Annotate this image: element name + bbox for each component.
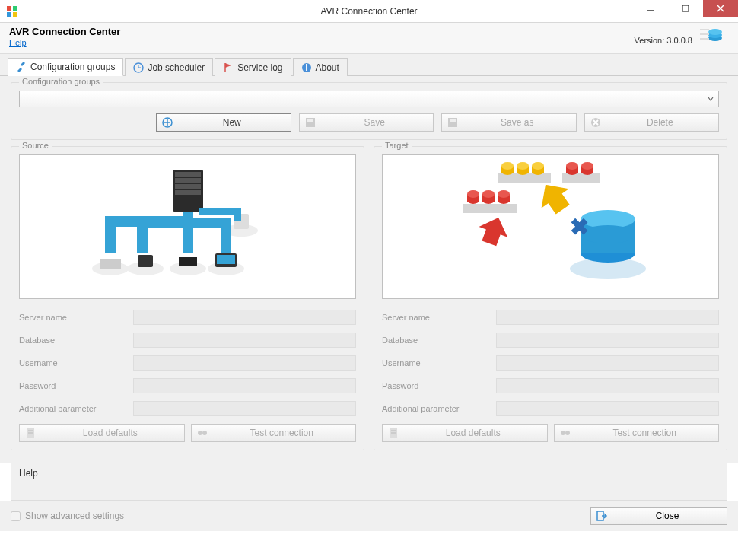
tab-about[interactable]: i About [293,58,348,76]
source-database-input[interactable] [133,332,356,348]
checkbox-label: Show advanced settings [25,511,124,521]
target-fieldset: Target [374,146,727,450]
svg-point-58 [467,190,479,198]
tab-configuration-groups[interactable]: Configuration groups [8,58,123,76]
svg-rect-75 [562,173,600,183]
tab-job-scheduler[interactable]: Job scheduler [125,58,213,76]
field-label: Password [19,381,133,390]
svg-point-54 [581,225,635,243]
connection-icon [559,427,571,439]
source-illustration [19,154,356,299]
fieldset-legend: Source [19,141,52,150]
flag-icon [223,62,234,73]
svg-rect-39 [138,255,153,267]
button-label: New [173,117,291,128]
info-icon: i [301,62,312,73]
target-username-input[interactable] [496,355,719,371]
delete-icon [590,116,602,129]
exit-icon [596,510,608,522]
version-label: Version: 3.0.0.8 [635,36,692,45]
fieldset-legend: Target [382,141,412,150]
source-load-defaults-button[interactable]: Load defaults [19,424,185,442]
source-username-input[interactable] [133,355,356,371]
source-server-name-input[interactable] [133,310,356,325]
checkbox-input[interactable] [11,511,21,521]
fieldset-legend: Configuration groups [19,77,103,86]
field-label: Server name [382,313,496,322]
save-as-button[interactable]: Save as [441,113,577,132]
svg-rect-55 [463,204,517,213]
svg-point-78 [566,162,578,170]
svg-point-61 [482,190,495,198]
configuration-groups-fieldset: Configuration groups New Save Save as De… [11,82,727,140]
new-button[interactable]: New [156,113,291,132]
tab-strip: Configuration groups Job scheduler Servi… [0,54,738,76]
tab-label: Service log [237,62,282,73]
svg-rect-1 [13,6,17,11]
save-as-icon [447,116,459,129]
source-password-input[interactable] [133,378,356,393]
svg-point-64 [498,190,510,198]
svg-point-74 [532,162,544,170]
help-panel-title: Help [19,468,38,479]
svg-rect-44 [217,255,235,264]
tab-label: Job scheduler [148,62,205,73]
source-additional-parameter-input[interactable] [133,401,356,416]
svg-rect-41 [179,257,197,266]
svg-point-49 [202,431,207,435]
field-label: Additional parameter [19,404,133,413]
svg-point-86 [565,431,570,435]
close-window-button[interactable] [703,0,738,17]
svg-rect-11 [700,29,709,30]
window-titlebar: AVR Connection Center [0,0,738,23]
footer: Show advanced settings Close [0,501,738,531]
delete-button[interactable]: Delete [584,113,720,132]
minimize-button[interactable] [633,0,668,17]
field-label: Username [382,358,496,368]
svg-rect-25 [450,119,456,122]
target-database-input[interactable] [496,332,719,348]
field-label: Server name [19,313,133,322]
document-icon [387,427,399,439]
target-illustration [382,154,719,299]
svg-point-68 [501,162,514,170]
app-title: AVR Connection Center [9,26,635,37]
save-button[interactable]: Save [299,113,434,132]
svg-rect-5 [682,5,689,11]
svg-point-71 [517,162,529,170]
target-server-name-input[interactable] [496,310,719,325]
connection-icon [196,427,208,439]
window-title: AVR Connection Center [320,6,417,17]
close-button[interactable]: Close [590,507,727,525]
show-advanced-settings-checkbox[interactable]: Show advanced settings [11,511,124,521]
svg-rect-23 [307,119,313,122]
svg-rect-0 [7,6,11,11]
target-load-defaults-button[interactable]: Load defaults [382,424,548,442]
button-label: Save [317,117,434,128]
save-icon [304,116,317,129]
svg-rect-32 [175,184,201,189]
tab-service-log[interactable]: Service log [215,58,291,76]
maximize-button[interactable] [668,0,703,17]
target-additional-parameter-input[interactable] [496,401,719,416]
field-label: Password [382,381,496,390]
svg-rect-12 [700,33,709,35]
header-logo-icon [698,26,729,49]
help-link[interactable]: Help [9,38,27,47]
button-label: Load defaults [399,428,547,438]
svg-text:i: i [305,62,307,73]
plus-icon [161,116,173,129]
button-label: Test connection [208,428,356,438]
target-password-input[interactable] [496,378,719,393]
chevron-down-icon [708,94,714,104]
field-label: Database [19,336,133,345]
configuration-groups-dropdown[interactable] [19,91,719,107]
clock-icon [133,62,144,73]
svg-point-10 [708,29,722,35]
svg-rect-33 [175,190,201,195]
groups-toolbar: New Save Save as Delete [19,113,719,132]
target-test-connection-button[interactable]: Test connection [554,424,720,442]
button-label: Save as [459,117,576,128]
source-test-connection-button[interactable]: Test connection [191,424,357,442]
app-icon [6,5,18,18]
